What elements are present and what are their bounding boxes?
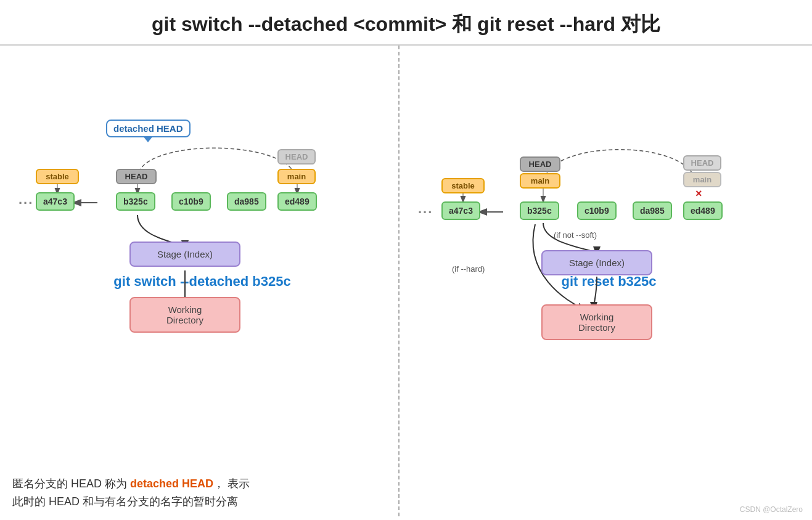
left-head-dim-label: HEAD [277, 149, 316, 165]
left-cmd-label: git switch --detached b325c [113, 274, 290, 290]
right-stage-box: Stage (Index) [541, 250, 652, 275]
right-head-label: HEAD [520, 156, 560, 172]
footer-highlight: detached HEAD [130, 477, 213, 490]
left-commit-a47c3: a47c3 [36, 192, 75, 211]
footer-line2: 此时的 HEAD 和与有名分支的名字的暂时分离 [12, 495, 238, 508]
left-balloon: detached HEAD [106, 120, 191, 137]
left-commit-area: ··· stable a47c3 HEAD b325c c10b9 da985 … [12, 83, 392, 267]
left-stable-label: stable [36, 169, 79, 184]
right-workdir-box: Working Directory [541, 304, 652, 340]
right-head-dim-label: HEAD [683, 155, 721, 171]
left-head-label: HEAD [116, 169, 157, 184]
right-annotation-hard: (if --hard) [452, 264, 485, 274]
left-dots: ··· [18, 195, 33, 211]
page-title: git switch --detached <commit> 和 git res… [0, 0, 812, 46]
right-commit-a47c3: a47c3 [441, 201, 480, 220]
footer-line1-suffix: ， 表示 [213, 477, 250, 490]
watermark: CSDN @OctalZero [740, 505, 803, 514]
right-main-dim-label: main [683, 172, 721, 187]
right-annotation-soft: (if not --soft) [554, 230, 597, 240]
left-stage-box: Stage (Index) [129, 242, 240, 267]
left-workdir-box: Working Directory [129, 297, 240, 333]
right-stable-label: stable [441, 178, 485, 193]
right-dots: ··· [418, 205, 433, 221]
left-commit-ed489: ed489 [277, 192, 317, 211]
footer-text: 匿名分支的 HEAD 称为 detached HEAD， 表示 此时的 HEAD… [12, 475, 250, 511]
left-main-label: main [277, 169, 316, 184]
right-commit-area: ··· stable a47c3 HEAD main b325c c10b9 d… [412, 83, 806, 267]
right-cross-symbol: × [695, 187, 702, 200]
left-commit-da985: da985 [227, 192, 266, 211]
right-commit-b325c: b325c [520, 201, 559, 220]
left-commit-b325c: b325c [116, 192, 155, 211]
right-main-label: main [520, 173, 560, 189]
right-panel: ··· stable a47c3 HEAD main b325c c10b9 d… [400, 46, 812, 516]
footer-line1-prefix: 匿名分支的 HEAD 称为 [12, 477, 130, 490]
right-commit-da985: da985 [633, 201, 672, 220]
right-cmd-label: git reset b325c [561, 274, 656, 290]
right-commit-ed489: ed489 [683, 201, 723, 220]
left-panel: ··· stable a47c3 HEAD b325c c10b9 da985 … [0, 46, 400, 516]
right-commit-c10b9: c10b9 [577, 201, 617, 220]
left-commit-c10b9: c10b9 [171, 192, 211, 211]
